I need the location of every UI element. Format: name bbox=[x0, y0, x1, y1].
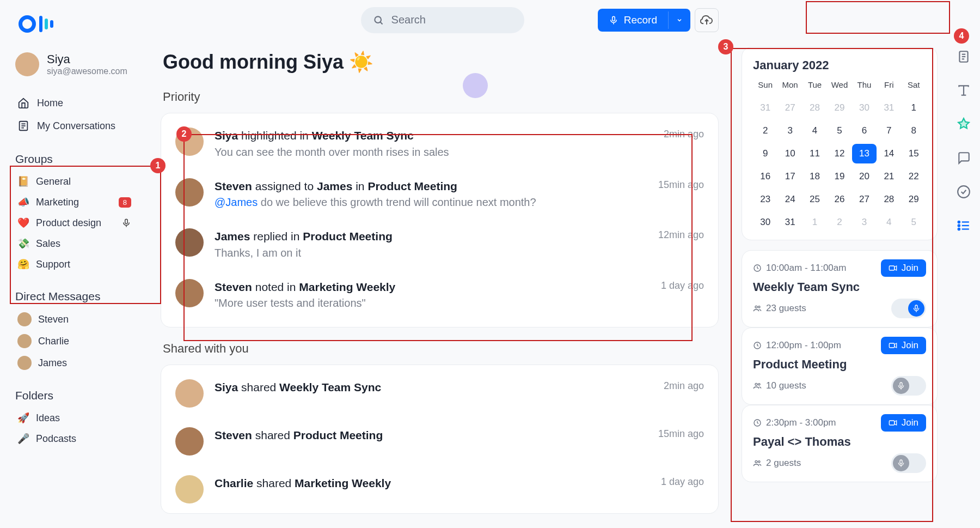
join-button[interactable]: Join bbox=[881, 259, 926, 277]
dm-item-steven[interactable]: Steven bbox=[15, 308, 133, 330]
calendar-day[interactable]: 20 bbox=[852, 167, 877, 186]
record-toggle[interactable] bbox=[891, 376, 926, 396]
calendar-day[interactable]: 5 bbox=[827, 121, 852, 141]
calendar-day[interactable]: 28 bbox=[877, 190, 901, 209]
cloud-upload-icon bbox=[700, 14, 713, 27]
calendar-day[interactable]: 31 bbox=[877, 98, 901, 118]
group-item-marketing[interactable]: 📣Marketing8 bbox=[15, 192, 133, 213]
clock-icon bbox=[753, 264, 762, 272]
calendar-day[interactable]: 14 bbox=[877, 144, 901, 163]
calendar-day[interactable]: 4 bbox=[803, 121, 827, 141]
calendar-day[interactable]: 30 bbox=[852, 98, 877, 118]
record-toggle[interactable] bbox=[891, 453, 926, 473]
calendar-day[interactable]: 21 bbox=[877, 167, 901, 186]
feed-title: Charlie shared Marketing Weekly bbox=[215, 475, 650, 491]
calendar-day[interactable]: 27 bbox=[777, 98, 802, 118]
nav-my-conversations[interactable]: My Conversations bbox=[15, 114, 133, 137]
annotation-badge-2: 2 bbox=[176, 126, 192, 142]
highlight-icon[interactable] bbox=[956, 117, 971, 132]
feed-row[interactable]: Siya shared Weekly Team Sync2min ago bbox=[173, 369, 706, 417]
profile-block[interactable]: Siya siya@awesome.com bbox=[15, 52, 133, 76]
feed-title: Siya shared Weekly Team Sync bbox=[215, 379, 653, 395]
calendar-day[interactable]: 25 bbox=[803, 190, 827, 209]
group-item-product-design[interactable]: ❤️Product design bbox=[15, 213, 133, 233]
calendar-day[interactable]: 16 bbox=[753, 167, 777, 186]
calendar-day[interactable]: 29 bbox=[827, 98, 852, 118]
logo[interactable] bbox=[15, 15, 133, 33]
calendar-day[interactable]: 12 bbox=[827, 144, 852, 163]
calendar-day[interactable]: 10 bbox=[777, 144, 802, 163]
folder-item-ideas[interactable]: 🚀Ideas bbox=[15, 408, 133, 428]
calendar-day[interactable]: 3 bbox=[777, 121, 802, 141]
feed-row[interactable]: Steven noted in Marketing Weekly"More us… bbox=[173, 269, 706, 319]
calendar-day[interactable]: 18 bbox=[803, 167, 827, 186]
priority-heading: Priority bbox=[163, 90, 719, 104]
calendar-day[interactable]: 19 bbox=[827, 167, 852, 186]
calendar-day[interactable]: 26 bbox=[827, 190, 852, 209]
calendar-day[interactable]: 5 bbox=[902, 213, 926, 232]
feed-title: James replied in Product Meeting bbox=[215, 228, 647, 244]
calendar-day[interactable]: 22 bbox=[902, 167, 926, 186]
svg-rect-19 bbox=[889, 343, 894, 348]
document-icon bbox=[17, 120, 29, 132]
avatar bbox=[17, 312, 32, 326]
decorative-dot bbox=[463, 73, 488, 98]
calendar-day[interactable]: 29 bbox=[902, 190, 926, 209]
calendar-day[interactable]: 1 bbox=[803, 213, 827, 232]
avatar bbox=[175, 427, 204, 456]
calendar-day[interactable]: 9 bbox=[753, 144, 777, 163]
calendar-day[interactable]: 28 bbox=[803, 98, 827, 118]
calendar-day[interactable]: 24 bbox=[777, 190, 802, 209]
list-icon[interactable] bbox=[956, 218, 971, 233]
join-button[interactable]: Join bbox=[881, 337, 926, 354]
record-group: Record bbox=[598, 8, 719, 32]
calendar-day[interactable]: 2 bbox=[827, 213, 852, 232]
dm-item-james[interactable]: James bbox=[15, 352, 133, 374]
calendar-day[interactable]: 15 bbox=[902, 144, 926, 163]
calendar-day[interactable]: 11 bbox=[803, 144, 827, 163]
group-item-sales[interactable]: 💸Sales bbox=[15, 233, 133, 254]
calendar-day[interactable]: 27 bbox=[852, 190, 877, 209]
calendar-day[interactable]: 30 bbox=[753, 213, 777, 232]
calendar-day[interactable]: 8 bbox=[902, 121, 926, 141]
calendar-day[interactable]: 4 bbox=[877, 213, 901, 232]
calendar-day[interactable]: 2 bbox=[753, 121, 777, 141]
record-toggle[interactable] bbox=[891, 299, 926, 318]
check-circle-icon[interactable] bbox=[956, 184, 971, 199]
notes-icon[interactable] bbox=[956, 49, 971, 64]
svg-point-15 bbox=[758, 306, 760, 308]
calendar-day[interactable]: 6 bbox=[852, 121, 877, 141]
calendar-day[interactable]: 23 bbox=[753, 190, 777, 209]
dms-heading: Direct Messages bbox=[15, 290, 133, 303]
priority-feed: Siya highlighted in Weekly Team SyncYou … bbox=[161, 113, 719, 327]
feed-title: Steven noted in Marketing Weekly bbox=[215, 279, 650, 295]
calendar-day[interactable]: 31 bbox=[753, 98, 777, 118]
nav-home[interactable]: Home bbox=[15, 92, 133, 114]
text-icon[interactable] bbox=[956, 83, 971, 98]
group-item-general[interactable]: 📔General bbox=[15, 171, 133, 192]
record-caret[interactable] bbox=[668, 11, 690, 29]
record-button[interactable]: Record bbox=[598, 9, 690, 32]
search-input[interactable]: Search bbox=[361, 7, 524, 33]
group-item-support[interactable]: 🤗Support bbox=[15, 254, 133, 275]
feed-row[interactable]: James replied in Product MeetingThanks, … bbox=[173, 219, 706, 269]
group-label: General bbox=[36, 176, 71, 187]
join-button[interactable]: Join bbox=[881, 414, 926, 432]
feed-row[interactable]: Charlie shared Marketing Weekly1 day ago bbox=[173, 465, 706, 513]
dm-item-charlie[interactable]: Charlie bbox=[15, 330, 133, 352]
calendar-day[interactable]: 31 bbox=[777, 213, 802, 232]
folder-item-podcasts[interactable]: 🎤Podcasts bbox=[15, 428, 133, 449]
calendar-day[interactable]: 1 bbox=[902, 98, 926, 118]
feed-row[interactable]: Siya highlighted in Weekly Team SyncYou … bbox=[173, 118, 706, 168]
feed-row[interactable]: Steven shared Product Meeting15min ago bbox=[173, 417, 706, 465]
group-label: Marketing bbox=[36, 197, 79, 208]
feed-row[interactable]: Steven assigned to James in Product Meet… bbox=[173, 168, 706, 219]
avatar bbox=[175, 475, 204, 503]
calendar-day[interactable]: 3 bbox=[852, 213, 877, 232]
upload-button[interactable] bbox=[695, 8, 719, 32]
calendar-day[interactable]: 7 bbox=[877, 121, 901, 141]
calendar-day[interactable]: 17 bbox=[777, 167, 802, 186]
calendar-day[interactable]: 13 bbox=[852, 144, 877, 163]
comment-icon[interactable] bbox=[956, 150, 971, 166]
feed-time: 15min ago bbox=[658, 427, 704, 456]
